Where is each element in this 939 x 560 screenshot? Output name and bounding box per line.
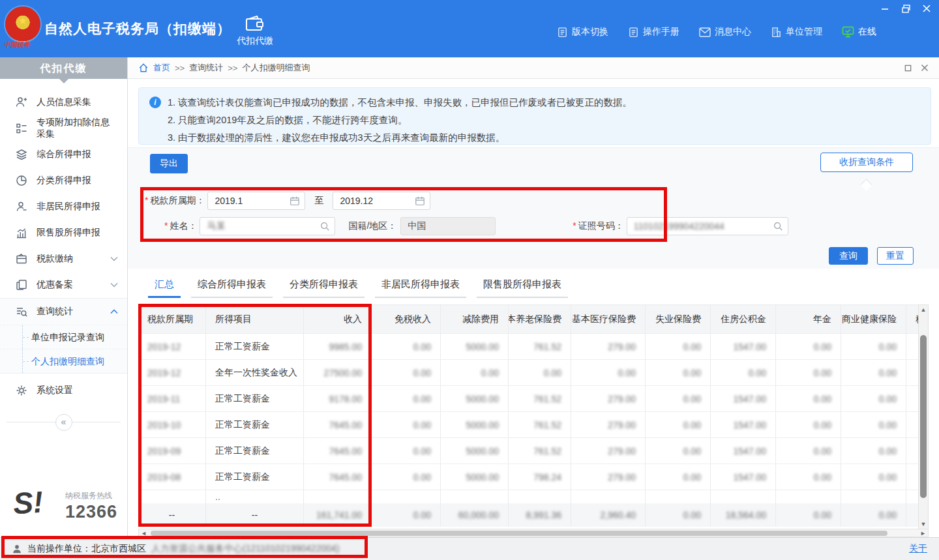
menu-item-manual[interactable]: 操作手册	[628, 26, 679, 38]
table-cell	[441, 490, 509, 503]
breadcrumb-home[interactable]: 首页	[153, 62, 170, 74]
sidebar: 代扣代缴 人员信息采集 专项附加扣除信息采集 综合所得申报 分类所得申报	[0, 57, 128, 537]
menu-item-version-switch[interactable]: 版本切换	[557, 26, 608, 38]
horizontal-scroll-thumb[interactable]	[151, 531, 887, 536]
documents-icon	[16, 279, 27, 291]
table-row: 2019-12全年一次性奖金收入27500.000.000.000.000.00…	[138, 360, 918, 386]
tree-line	[22, 325, 23, 349]
vertical-scroll-thumb[interactable]	[920, 335, 927, 498]
tab-summary[interactable]: 汇总	[148, 278, 181, 298]
user-icon	[12, 544, 22, 554]
sidebar-item-restricted-shares[interactable]: 限售股所得申报	[0, 220, 127, 246]
submenu-label: 单位申报记录查询	[31, 332, 104, 342]
table-cell: 7645.00	[304, 438, 372, 464]
tab-classified-income[interactable]: 分类所得申报表	[283, 278, 365, 298]
table-cell: 7645.00	[304, 412, 372, 438]
sidebar-section-query-stats: 查询统计 单位申报记录查询 个人扣缴明细查询	[0, 298, 127, 374]
period-from-input[interactable]: 2019.1	[207, 192, 305, 210]
result-table: 税款所属期所得项目收入免税收入减除费用基本养老保险费基本医疗保险费失业保险费住房…	[138, 304, 918, 527]
table-cell: 全年一次性奖金收入	[206, 360, 304, 386]
sidebar-item-classified-income[interactable]: 分类所得申报	[0, 168, 127, 194]
tab-withholding-module[interactable]: 代扣代缴	[227, 9, 283, 52]
table-cell	[776, 490, 841, 503]
wallet-icon	[16, 253, 27, 265]
query-button[interactable]: 查询	[829, 247, 868, 265]
scroll-left-arrow[interactable]: ◄	[141, 529, 147, 537]
table-row: 2019-11正常工资薪金9178.000.005000.00761.52279…	[138, 386, 918, 412]
minimize-button[interactable]	[879, 3, 891, 14]
sidebar-item-label: 优惠备案	[37, 279, 101, 291]
vertical-scrollbar[interactable]: ▲ ▼	[918, 304, 929, 529]
tab-restricted-shares[interactable]: 限售股所得申报表	[477, 278, 568, 298]
result-tabs: 汇总 综合所得申报表 分类所得申报表 非居民所得申报表 限售股所得申报表	[148, 278, 568, 298]
column-header: 免税收入	[372, 305, 441, 334]
horizontal-scrollbar[interactable]: ◄ ►	[138, 529, 929, 537]
submenu-item-unit-declaration-query[interactable]: 单位申报记录查询	[0, 325, 127, 349]
sidebar-item-special-deduction[interactable]: 专项附加扣除信息采集	[0, 115, 127, 141]
table-cell: 761.52	[509, 334, 571, 360]
scroll-down-arrow[interactable]: ▼	[919, 521, 928, 527]
period-to-input[interactable]: 2019.12	[333, 192, 430, 210]
close-button[interactable]	[921, 3, 932, 14]
table-cell	[372, 490, 441, 503]
submenu-item-personal-withholding-query[interactable]: 个人扣缴明细查询	[0, 349, 127, 373]
reset-button[interactable]: 重置	[877, 247, 914, 265]
sidebar-item-label: 查询统计	[37, 306, 101, 317]
table-cell: 0.00	[841, 438, 906, 464]
info-icon: i	[149, 96, 161, 108]
sidebar-item-preferential-filing[interactable]: 优惠备案	[0, 272, 127, 298]
menu-item-message-center[interactable]: 消息中心	[699, 26, 751, 38]
table-cell: 0.00	[372, 360, 441, 386]
table-cell	[906, 360, 918, 386]
app-title: 自然人电子税务局（扣缴端）	[44, 20, 231, 38]
panel-close-icon[interactable]	[921, 64, 929, 72]
menu-item-org-management[interactable]: 单位管理	[771, 26, 822, 38]
name-value: 马某	[207, 220, 225, 232]
tab-comprehensive-income[interactable]: 综合所得申报表	[191, 278, 273, 298]
online-status[interactable]: 在线	[842, 26, 876, 38]
nationality-label: 国籍/地区：	[348, 220, 396, 232]
table-cell: 0.00	[776, 360, 841, 386]
search-icon[interactable]	[773, 221, 783, 231]
form-list-icon	[16, 123, 27, 134]
tab-nonresident-income[interactable]: 非居民所得申报表	[375, 278, 466, 298]
panel-controls	[904, 64, 929, 72]
breadcrumb: 首页 >> 查询统计 >> 个人扣缴明细查询	[128, 57, 939, 79]
table-cell: 2019-11	[138, 386, 206, 412]
restore-button[interactable]	[900, 3, 912, 14]
sidebar-item-system-settings[interactable]: 系统设置	[0, 377, 127, 404]
export-button[interactable]: 导出	[150, 154, 188, 173]
current-unit-label: 当前操作单位：北京市西城区	[27, 543, 146, 555]
sidebar-item-nonresident-income[interactable]: 非居民所得申报	[0, 194, 127, 220]
scroll-up-arrow[interactable]: ▲	[919, 306, 928, 313]
calendar-icon[interactable]	[415, 196, 425, 206]
calendar-icon[interactable]	[290, 196, 300, 206]
sidebar-header-notch	[59, 78, 69, 83]
table-cell: 5000.00	[441, 386, 509, 412]
table-cell: 0.00	[509, 360, 571, 386]
nationality-input: 中国	[400, 217, 496, 235]
module-tab-label: 代扣代缴	[237, 35, 273, 47]
table-cell	[906, 438, 918, 464]
table-cell: 798.24	[509, 464, 571, 490]
table-cell: 正常工资薪金	[206, 412, 304, 438]
table-cell: 9985.00	[304, 334, 372, 360]
panel-maximize-icon[interactable]	[904, 65, 912, 72]
name-input[interactable]: 马某	[200, 217, 335, 235]
table-cell: 0.00	[776, 386, 841, 412]
column-header: 基本养老保险费	[509, 305, 571, 334]
sidebar-item-label: 税款缴纳	[37, 253, 101, 265]
chevron-down-icon	[110, 256, 118, 261]
about-link[interactable]: 关于	[909, 543, 927, 555]
search-icon[interactable]	[320, 221, 330, 231]
wallet-icon	[245, 15, 265, 32]
sidebar-item-query-statistics[interactable]: 查询统计	[0, 299, 127, 325]
sidebar-item-personnel-info[interactable]: 人员信息采集	[0, 89, 127, 115]
sidebar-item-tax-payment[interactable]: 税款缴纳	[0, 246, 127, 272]
sidebar-item-comprehensive-income[interactable]: 综合所得申报	[0, 141, 127, 168]
sidebar-collapse-button[interactable]: «	[55, 414, 72, 431]
scroll-right-arrow[interactable]: ►	[920, 529, 926, 537]
label-text: 姓名：	[170, 220, 197, 231]
id-number-input[interactable]: 110102199904220044	[627, 217, 788, 235]
collapse-query-conditions-button[interactable]: 收折查询条件	[820, 153, 913, 172]
